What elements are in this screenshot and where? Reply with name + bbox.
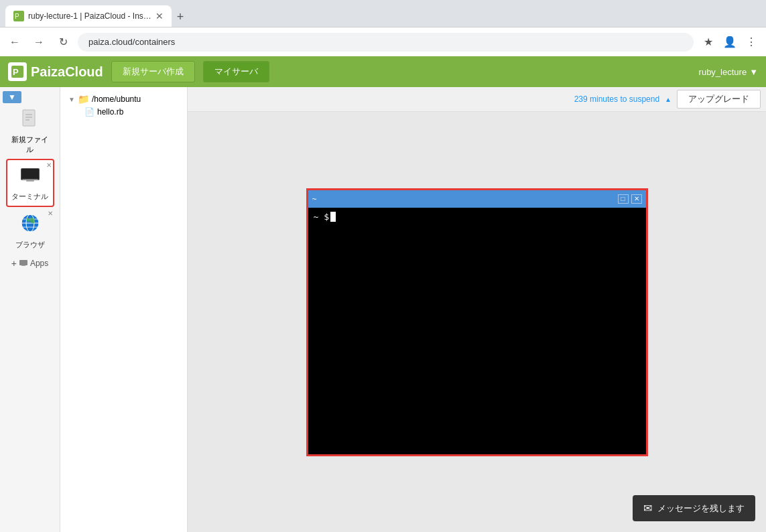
- svg-rect-4: [23, 110, 35, 126]
- file-panel: ▼ 📁 /home/ubuntu 📄 hello.rb: [60, 87, 188, 532]
- sidebar-dropdown-button[interactable]: ▼: [3, 91, 21, 103]
- sidebar-item-terminal[interactable]: ✕ ターミナル: [6, 159, 54, 207]
- paiza-navbar: P PaizaCloud 新規サーバ作成 マイサーバ ruby_lecture …: [0, 56, 766, 87]
- bookmark-button[interactable]: ★: [699, 33, 718, 52]
- user-name: ruby_lecture: [699, 67, 747, 77]
- svg-rect-19: [21, 265, 25, 266]
- timer-text[interactable]: 239 minutes to suspend: [574, 94, 659, 104]
- terminal-icon: [19, 164, 41, 190]
- my-server-button[interactable]: マイサーバ: [203, 61, 269, 82]
- terminal-cursor: [330, 212, 336, 222]
- svg-rect-11: [26, 180, 34, 182]
- toast-message: メッセージを残します: [657, 503, 745, 515]
- new-server-button[interactable]: 新規サーバ作成: [111, 61, 195, 82]
- url-input[interactable]: [78, 33, 694, 52]
- account-button[interactable]: 👤: [720, 33, 739, 52]
- svg-text:P: P: [15, 13, 19, 20]
- new-file-icon: [20, 109, 40, 133]
- browser-label: ブラウザ: [15, 240, 45, 250]
- menu-button[interactable]: ⋮: [742, 33, 761, 52]
- terminal-body[interactable]: ~ $: [308, 208, 646, 454]
- tab-favicon: P: [13, 11, 24, 21]
- new-file-item[interactable]: 新規ファイル: [6, 106, 54, 157]
- message-toast[interactable]: ✉ メッセージを残します: [633, 495, 755, 521]
- terminal-area: 239 minutes to suspend ▲ アップグレード ~ □ ✕ ~…: [188, 87, 766, 532]
- back-button[interactable]: ←: [5, 33, 24, 52]
- add-apps-button[interactable]: + Apps: [6, 255, 54, 271]
- monitor-small-icon: [19, 259, 28, 268]
- sidebar: ▼ 新規ファイル ✕: [0, 87, 60, 532]
- paiza-logo: P PaizaCloud: [8, 62, 103, 81]
- folder-name: /home/ubuntu: [92, 94, 141, 104]
- prompt-text: ~ $: [314, 212, 329, 222]
- terminal-content: ~ □ ✕ ~ $: [188, 112, 766, 532]
- user-menu[interactable]: ruby_lecture ▼: [699, 67, 758, 77]
- mail-icon: ✉: [643, 502, 652, 515]
- file-tree-file[interactable]: 📄 hello.rb: [66, 106, 182, 118]
- terminal-close-icon[interactable]: ✕: [46, 161, 52, 169]
- terminal-titlebar: ~ □ ✕: [308, 190, 646, 208]
- file-tree-folder[interactable]: ▼ 📁 /home/ubuntu: [66, 92, 182, 106]
- upgrade-button[interactable]: アップグレード: [677, 90, 761, 109]
- timer-arrow-icon: ▲: [665, 96, 672, 103]
- svg-rect-18: [19, 260, 27, 265]
- add-apps-label: Apps: [30, 259, 48, 268]
- browser-close-icon[interactable]: ✕: [48, 210, 53, 217]
- add-icon: +: [11, 258, 17, 269]
- dropdown-icon: ▼: [8, 92, 16, 102]
- tab-close-button[interactable]: ✕: [155, 11, 164, 21]
- reload-button[interactable]: ↻: [54, 33, 72, 52]
- file-name: hello.rb: [97, 107, 123, 117]
- terminal-window[interactable]: ~ □ ✕ ~ $: [306, 188, 648, 456]
- terminal-prompt: ~ $: [314, 212, 641, 222]
- browser-tab[interactable]: P ruby-lecture-1 | PaizaCloud - Ins… ✕: [5, 5, 172, 27]
- svg-text:P: P: [13, 67, 19, 77]
- terminal-label: ターミナル: [11, 192, 48, 202]
- folder-icon: 📁: [78, 94, 89, 105]
- user-dropdown-icon: ▼: [749, 67, 758, 77]
- file-icon: 📄: [84, 107, 94, 117]
- address-bar: ← → ↻ ★ 👤 ⋮: [0, 27, 766, 56]
- svg-rect-10: [22, 179, 38, 180]
- terminal-close-button[interactable]: ✕: [631, 194, 642, 204]
- svg-rect-9: [21, 169, 39, 180]
- new-file-label: 新規ファイル: [9, 135, 52, 155]
- browser-globe-icon: [19, 212, 41, 239]
- forward-button[interactable]: →: [29, 33, 48, 52]
- tab-title: ruby-lecture-1 | PaizaCloud - Ins…: [28, 11, 151, 21]
- folder-expand-icon: ▼: [68, 96, 75, 103]
- new-tab-button[interactable]: +: [172, 7, 190, 27]
- terminal-maximize-button[interactable]: □: [618, 194, 629, 204]
- terminal-window-buttons: □ ✕: [618, 194, 642, 204]
- paiza-logo-text: PaizaCloud: [31, 64, 103, 80]
- top-bar: 239 minutes to suspend ▲ アップグレード: [188, 87, 766, 112]
- file-tree: ▼ 📁 /home/ubuntu 📄 hello.rb: [60, 92, 187, 118]
- terminal-title: ~: [312, 194, 618, 204]
- sidebar-item-browser[interactable]: ✕ ブラウザ: [6, 208, 54, 254]
- paiza-logo-icon: P: [8, 62, 27, 81]
